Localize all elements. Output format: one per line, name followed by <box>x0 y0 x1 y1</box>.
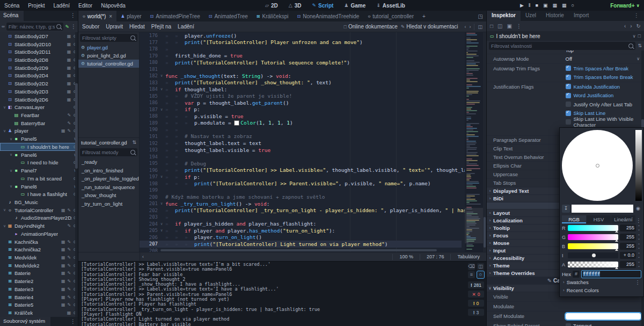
flag-checkbox-row[interactable]: Trim Spaces After Break <box>566 64 644 73</box>
code-line[interactable]: 195»»# Debug <box>140 160 462 167</box>
indent-mode[interactable]: Tabulátory <box>450 254 486 260</box>
tree-node-row[interactable]: ▸AnimationPlayer <box>0 230 78 238</box>
picker-tab-rgb[interactable]: RGB <box>562 215 586 223</box>
checkbox-checked-icon[interactable] <box>566 75 571 80</box>
group-icon[interactable]: ▦ <box>66 73 72 78</box>
warning-count-badge[interactable]: !0 <box>468 300 484 307</box>
sort-methods-icon[interactable]: ⇅ <box>132 140 136 145</box>
group-icon[interactable]: ▦ <box>66 81 72 86</box>
info-count-badge[interactable]: !3 <box>468 309 484 316</box>
script-icon[interactable]: ✎ <box>67 247 72 252</box>
script-icon[interactable]: ✎ <box>67 223 72 228</box>
script-icon[interactable]: ✎ <box>67 128 72 133</box>
method-item[interactable]: _on_intro_finished <box>78 166 139 175</box>
method-item[interactable]: _try_turn_on_light <box>78 200 139 208</box>
fold-icon[interactable]: ∨ <box>158 175 165 179</box>
code-line[interactable]: 185»»# VŽDY ujisti že parent je visible! <box>140 93 462 100</box>
color-value-slider[interactable] <box>635 130 642 201</box>
method-item[interactable]: _run_tutorial_sequence <box>78 183 139 192</box>
tree-node-row[interactable]: ⊠Baterie3▦✎⊙ <box>0 285 78 293</box>
tree-node-row[interactable]: ♪BG_Music <box>0 198 78 206</box>
spin-down-icon[interactable]: ⌄ <box>638 228 641 231</box>
message-count-badge[interactable]: !281 <box>468 281 484 288</box>
workspace-assetlib[interactable]: ⇓AssetLib <box>372 3 409 9</box>
group-icon[interactable]: ▦ <box>66 42 72 47</box>
code-line[interactable]: 187∨»»if p: <box>140 106 462 113</box>
float-window-icon[interactable]: ◫ <box>478 24 482 30</box>
picker-tab-lineární[interactable]: Lineární <box>611 215 635 223</box>
menu-ladění[interactable]: Ladění <box>49 3 74 9</box>
slider-nub[interactable] <box>615 267 618 269</box>
fold-icon[interactable]: ∨ <box>158 107 165 112</box>
group-icon[interactable]: ▦ <box>60 263 67 268</box>
group-icon[interactable]: ▦ <box>66 310 72 315</box>
group-icon[interactable]: ▦ <box>60 295 67 300</box>
inspector-filter-input[interactable]: Filtrovat vlastnosti <box>489 42 635 50</box>
hex-input[interactable]: ffffff <box>581 270 641 278</box>
picker-tab-hsv[interactable]: HSV <box>587 215 611 223</box>
group-icon[interactable]: ▦ <box>66 49 72 54</box>
tree-node-row[interactable]: ⊡StaticBody2D2▦⊙ <box>0 79 78 88</box>
code-line[interactable]: 178» <box>140 46 462 53</box>
fold-icon[interactable]: ∨ <box>158 87 165 91</box>
fold-icon[interactable]: ∨ <box>2 208 7 212</box>
code-line[interactable]: 191»»# Nastav text a zobraz <box>140 133 462 140</box>
code-line[interactable]: 205∨»»if player and player.has_method("t… <box>140 227 462 234</box>
doc-button[interactable]: ✎Hledat v dokumentaci <box>401 24 458 30</box>
tree-node-row[interactable]: ▤BaterryBar✎⊙ <box>0 119 78 127</box>
menu-editor[interactable]: Editor <box>74 3 97 9</box>
tree-node-row[interactable]: ∨▦DayAndNight✎⊙ <box>0 222 78 230</box>
fold-icon[interactable]: ∨ <box>9 184 13 189</box>
fold-icon[interactable]: ∨ <box>9 137 13 141</box>
new-tab-icon[interactable]: + <box>418 11 430 21</box>
tree-node-row[interactable]: ⊠Kachnička2▦✎⊙ <box>0 245 78 253</box>
code-line[interactable]: 182∨func _show_thought(text: String) -> … <box>140 73 462 79</box>
checkbox-unchecked-icon[interactable] <box>566 102 571 107</box>
group-icon[interactable]: ▦ <box>66 89 72 94</box>
tree-node-row[interactable]: ⊠Medvídek2▦✎⊙ <box>0 262 78 270</box>
workspace-script[interactable]: ✎Script <box>308 3 338 9</box>
tree-node-row[interactable]: ⊡StaticBody2D7▦⊙ <box>0 32 78 40</box>
group-icon[interactable]: ▦ <box>60 208 67 213</box>
checkbox-checked-icon[interactable] <box>566 111 571 116</box>
slider-track-a[interactable] <box>568 262 618 267</box>
code-line[interactable]: 190»» <box>140 126 462 133</box>
clear-output-icon[interactable]: ⌫ <box>468 263 475 270</box>
code-line[interactable]: 193»»thought_label.visible = true <box>140 147 462 154</box>
script-menu-hledat[interactable]: Hledat <box>129 24 145 30</box>
group-icon[interactable]: ▦ <box>60 302 67 307</box>
color-wheel[interactable] <box>562 130 633 201</box>
slider-track-g[interactable] <box>568 234 618 240</box>
property-sort-icon[interactable]: ⇅ <box>638 43 642 48</box>
tree-node-row[interactable]: ⊠Králíček▦⊙ <box>0 309 78 317</box>
tree-node-row[interactable]: ⊡StaticBody2D6▦⊙ <box>0 96 78 104</box>
copy-output-icon[interactable]: ◫ <box>477 263 484 270</box>
menu-projekt[interactable]: Projekt <box>24 3 49 9</box>
code-line[interactable]: 194»» <box>140 153 462 160</box>
workspace-2d[interactable]: ▱2D <box>261 3 282 9</box>
group-icon[interactable]: ▦ <box>66 97 72 102</box>
slider-nub[interactable] <box>615 249 618 251</box>
close-icon[interactable]: × <box>109 13 112 19</box>
filter-output-icon[interactable]: ≡ <box>468 271 475 278</box>
history-back-icon[interactable]: ‹ <box>624 23 626 29</box>
inspector-tab-inspektor[interactable]: Inspektor <box>487 11 521 21</box>
zoom-level[interactable]: 100 % <box>392 254 420 260</box>
menu-nápověda[interactable]: Nápověda <box>97 3 130 9</box>
color-mode-icon[interactable]: ◉ <box>635 206 641 211</box>
color-property-swatch[interactable] <box>566 313 641 320</box>
open-docs-icon[interactable]: □ <box>638 33 641 39</box>
renderer-selector[interactable]: Forward+ ∨ <box>610 0 640 11</box>
method-item[interactable]: _ready <box>78 158 139 166</box>
debug-console[interactable]: [TutorialController] >> Label.visible=tr… <box>78 262 466 326</box>
flag-checkbox-row[interactable]: Trim Spaces Before Break <box>566 73 644 82</box>
script-file-item[interactable]: ⚙tutorial_controller.gd <box>78 60 139 68</box>
code-line[interactable]: 201∨func _try_turn_on_light() -> void: <box>140 200 462 207</box>
tree-node-row[interactable]: ∨■Panel7∨ <box>0 166 78 175</box>
fold-icon[interactable]: ∨ <box>158 222 165 226</box>
code-line[interactable]: 179»first_hide_done = true <box>140 53 462 60</box>
tree-node-row[interactable]: ⊠Baterie▦✎⊙ <box>0 270 78 278</box>
tree-node-row[interactable]: ⊡StaticBody2D3▦⊙ <box>0 88 78 96</box>
dock-menu-icon[interactable]: ⋮ <box>70 11 78 21</box>
script-tab-tutorial_controller[interactable]: ○tutorial_controller <box>363 11 418 21</box>
